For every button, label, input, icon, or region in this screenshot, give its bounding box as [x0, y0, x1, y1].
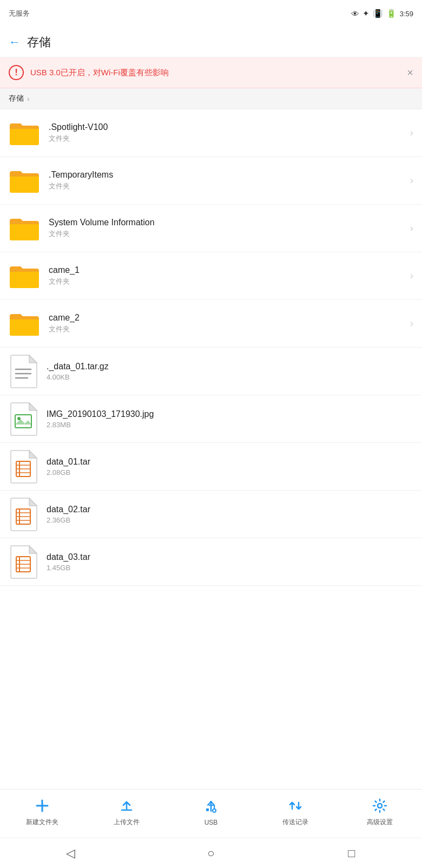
- file-info: .TemporaryItems 文件夹: [49, 170, 401, 191]
- eye-icon: 👁: [351, 9, 359, 18]
- new-folder-label: 新建文件夹: [26, 818, 58, 827]
- file-meta: 2.83MB: [47, 421, 401, 429]
- file-meta: 2.36GB: [47, 516, 401, 524]
- status-signal: 无服务: [9, 9, 30, 18]
- folder-icon: [9, 168, 40, 194]
- warning-banner: ! USB 3.0已开启，对Wi-Fi覆盖有些影响 ×: [0, 57, 422, 88]
- file-info: came_1 文件夹: [49, 265, 401, 286]
- advanced-settings-label: 高级设置: [367, 818, 393, 827]
- file-info: .Spotlight-V100 文件夹: [49, 122, 401, 143]
- breadcrumb-chevron-icon: ›: [27, 95, 29, 103]
- title-bar: ← 存储: [0, 27, 422, 57]
- usb-icon: [203, 799, 219, 817]
- file-name: IMG_20190103_171930.jpg: [47, 409, 401, 419]
- archive-file-icon: [9, 497, 38, 532]
- file-info: data_02.tar 2.36GB: [47, 505, 401, 524]
- usb-label: USB: [205, 819, 218, 826]
- folder-icon: [9, 120, 40, 146]
- file-meta: 文件夹: [49, 229, 401, 239]
- warning-close-button[interactable]: ×: [407, 67, 413, 78]
- list-item[interactable]: came_2 文件夹 ›: [0, 300, 422, 348]
- archive-file-icon: [9, 545, 38, 579]
- list-item[interactable]: came_1 文件夹 ›: [0, 252, 422, 300]
- folder-icon: [9, 216, 40, 242]
- list-item[interactable]: .TemporaryItems 文件夹 ›: [0, 157, 422, 205]
- bluetooth-icon: ✦: [362, 9, 370, 18]
- archive-file-icon: [9, 449, 38, 484]
- file-meta: 文件夹: [49, 134, 401, 143]
- list-item[interactable]: data_02.tar 2.36GB ›: [0, 491, 422, 538]
- clock: 3:59: [400, 10, 413, 18]
- file-meta: 文件夹: [49, 181, 401, 191]
- list-item[interactable]: ._data_01.tar.gz 4.00KB ›: [0, 348, 422, 395]
- list-item[interactable]: System Volume Information 文件夹 ›: [0, 205, 422, 252]
- advanced-settings-button[interactable]: 高级设置: [361, 798, 399, 827]
- file-name: ._data_01.tar.gz: [47, 362, 401, 371]
- image-file-icon: [9, 402, 38, 436]
- file-name: came_1: [49, 265, 401, 275]
- battery-icon: 🔋: [386, 9, 397, 18]
- file-name: System Volume Information: [49, 218, 401, 227]
- bottom-toolbar: 新建文件夹 上传文件 USB: [0, 789, 422, 838]
- warning-icon: !: [9, 65, 24, 80]
- nav-back-button[interactable]: ◁: [54, 843, 87, 864]
- transfer-log-label: 传送记录: [282, 818, 308, 827]
- transfer-log-button[interactable]: 传送记录: [276, 798, 314, 827]
- folder-icon: [9, 311, 40, 337]
- file-meta: 文件夹: [49, 324, 401, 334]
- list-item[interactable]: data_01.tar 2.08GB ›: [0, 443, 422, 491]
- back-button[interactable]: ←: [9, 36, 21, 48]
- file-meta: 4.00KB: [47, 373, 401, 381]
- svg-point-29: [378, 804, 382, 808]
- plus-icon: [35, 798, 50, 815]
- vibrate-icon: 📳: [373, 9, 383, 18]
- breadcrumb: 存储 ›: [0, 88, 422, 109]
- new-folder-button[interactable]: 新建文件夹: [23, 798, 61, 827]
- page-title: 存储: [27, 34, 51, 50]
- file-name: data_02.tar: [47, 505, 401, 514]
- file-meta: 1.45GB: [47, 564, 401, 572]
- file-info: IMG_20190103_171930.jpg 2.83MB: [47, 409, 401, 429]
- svg-rect-25: [206, 808, 209, 811]
- file-meta: 文件夹: [49, 277, 401, 286]
- upload-label: 上传文件: [114, 818, 140, 827]
- file-info: ._data_01.tar.gz 4.00KB: [47, 362, 401, 381]
- nav-home-button[interactable]: ○: [195, 843, 227, 864]
- file-name: data_03.tar: [47, 552, 401, 562]
- file-meta: 2.08GB: [47, 468, 401, 477]
- list-item[interactable]: data_03.tar 1.45GB ›: [0, 538, 422, 586]
- file-name: data_01.tar: [47, 457, 401, 467]
- file-info: System Volume Information 文件夹: [49, 218, 401, 239]
- usb-button[interactable]: USB: [192, 799, 230, 826]
- file-name: came_2: [49, 313, 401, 323]
- nav-bar: ◁ ○ □: [0, 838, 422, 868]
- file-info: data_01.tar 2.08GB: [47, 457, 401, 477]
- file-info: came_2 文件夹: [49, 313, 401, 334]
- svg-point-26: [213, 809, 216, 812]
- file-info: data_03.tar 1.45GB: [47, 552, 401, 572]
- upload-icon: [119, 798, 134, 815]
- folder-icon: [9, 263, 40, 289]
- list-item[interactable]: IMG_20190103_171930.jpg 2.83MB ›: [0, 395, 422, 443]
- transfer-icon: [288, 798, 303, 815]
- chevron-right-icon: ›: [410, 270, 413, 282]
- chevron-right-icon: ›: [410, 127, 413, 139]
- settings-icon: [372, 798, 387, 815]
- chevron-right-icon: ›: [410, 175, 413, 186]
- warning-text: USB 3.0已开启，对Wi-Fi覆盖有些影响: [30, 68, 400, 78]
- text-file-icon: [9, 354, 38, 389]
- file-list: .Spotlight-V100 文件夹 › .TemporaryItems 文件…: [0, 109, 422, 688]
- upload-button[interactable]: 上传文件: [108, 798, 146, 827]
- chevron-right-icon: ›: [410, 223, 413, 234]
- status-icons: 👁 ✦ 📳 🔋 3:59: [351, 9, 413, 18]
- nav-recent-button[interactable]: □: [335, 843, 368, 864]
- chevron-right-icon: ›: [410, 318, 413, 329]
- status-bar: 无服务 👁 ✦ 📳 🔋 3:59: [0, 0, 422, 27]
- breadcrumb-label: 存储: [9, 94, 24, 103]
- file-name: .Spotlight-V100: [49, 122, 401, 132]
- list-item[interactable]: .Spotlight-V100 文件夹 ›: [0, 109, 422, 157]
- file-name: .TemporaryItems: [49, 170, 401, 180]
